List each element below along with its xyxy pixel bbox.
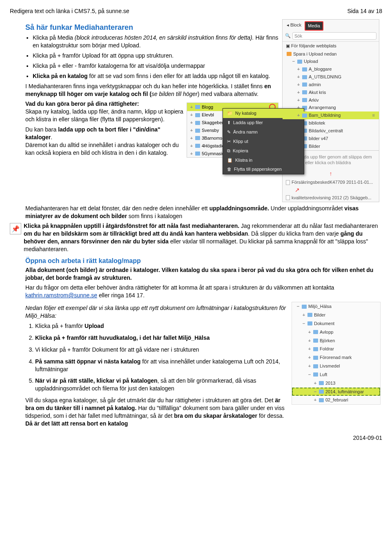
tree2-root[interactable]: −Miljö_Hälsa	[292, 302, 380, 311]
tree-save-upload[interactable]: Spara i Upload nedan	[283, 50, 379, 58]
paragraph-split-window: Mediahanteraren har ett delat fönster, d…	[10, 205, 382, 220]
tab-block[interactable]: ◂ Block	[284, 21, 304, 31]
menu-upload[interactable]: ⬆ Ladda upp filer	[223, 118, 304, 127]
bullet-3: Klicka på + eller - framför katalogerna …	[33, 62, 280, 70]
tree2-item[interactable]: +Förorenad mark	[292, 353, 380, 362]
doc-title: Redigera text och länka i CMS7.5, på sun…	[10, 7, 129, 15]
tree2-item[interactable]: +Björken	[292, 337, 380, 345]
step-1: Klicka på + framför Upload	[35, 322, 288, 330]
section-heading-media: Så här funkar Mediahanteraren	[10, 22, 280, 32]
tree2-item[interactable]: −Luft	[292, 370, 380, 379]
annotation-arrow-icon: ↑	[330, 170, 332, 177]
expand-icon[interactable]: +	[189, 104, 194, 110]
tree-item-selected[interactable]: +Barn_Utbildning ≡	[283, 111, 379, 119]
file-row[interactable]: kvalitetsredovisning 2012 (2) Skäggeb...	[283, 194, 379, 202]
page-number: Sida 14 av 18	[347, 7, 382, 15]
paragraph-pin: Klicka på knappnålen upptill i åtgärdsfö…	[24, 222, 382, 253]
search-input[interactable]	[292, 32, 376, 40]
annotation-arrow-icon: ↗	[295, 187, 300, 193]
menu-cut[interactable]: ✂ Klipp ut	[223, 137, 304, 146]
step-5: När vi är på rätt ställe, klickar vi på …	[35, 377, 288, 392]
tree2-item[interactable]: +Foldrar	[292, 345, 380, 353]
tree2-item[interactable]: −Dokument	[292, 319, 380, 328]
search-icon: 🔍	[285, 33, 291, 39]
bullet-4: Klicka på en katalog för att se vad som …	[33, 72, 280, 80]
paragraph-rights-heading: Vad du kan göra beror på dina rättighete…	[25, 100, 184, 123]
tree-item[interactable]: +A_bloggare	[283, 65, 379, 73]
step-4: På samma sätt öppnar vi nästa katalog fö…	[35, 358, 288, 373]
file-icon	[286, 195, 290, 200]
tree2-item[interactable]: +02_februari	[292, 396, 380, 404]
menu-trash[interactable]: 🗑 Flytta till papperskorgen	[223, 165, 304, 174]
tab-media[interactable]: Media	[305, 21, 323, 31]
section-heading-open: Öppna och arbeta i rätt katalog/mapp	[10, 256, 382, 265]
tree2-item[interactable]: +Avlopp	[292, 328, 380, 337]
email-link[interactable]: kathrin.ramstrom@sunne.se	[25, 292, 97, 299]
paragraph-menuknapp: I Mediahanteraren finns inga verktygskna…	[10, 82, 280, 98]
panel-subhead: ▣ För följande webbplats	[283, 41, 379, 50]
tree-item[interactable]: +Arkiv	[283, 96, 379, 104]
paragraph-contact: Har du frågor om detta eller behöver änd…	[10, 284, 382, 299]
bullet-2: Klicka på + framför Upload för att öppna…	[33, 52, 280, 60]
paragraph-tail: Vill du skapa egna kataloger, så går det…	[10, 397, 288, 428]
tree2-item[interactable]: +2013	[292, 379, 380, 388]
paragraph-own-catalogs: Du kan bara ladda upp och ta bort filer …	[25, 126, 184, 157]
folder-icon	[195, 105, 200, 109]
menu-copy[interactable]: ⧉ Kopiera	[223, 146, 304, 156]
row-menu-icon[interactable]: ≡	[372, 112, 375, 118]
collapse-icon[interactable]: −	[292, 58, 296, 65]
pin-icon: 📌	[10, 223, 21, 234]
tree-item[interactable]: +admin	[283, 81, 379, 89]
tree2-item[interactable]: +Livsmedel	[292, 362, 380, 370]
tree-item[interactable]: +Akut kris	[283, 89, 379, 96]
tree-upload[interactable]: −Upload	[283, 58, 379, 65]
tree2-item[interactable]: +Bilder	[292, 311, 380, 319]
bullet-1: Klicka på Media (block introduceras höst…	[33, 34, 280, 49]
file-row[interactable]: FörsäkringsbeskedK47709 2011-01-01...	[283, 178, 379, 186]
folder-icon	[287, 52, 292, 56]
menu-rename[interactable]: ✎ Ändra namn	[223, 127, 304, 137]
step-2: Klicka på + framför rätt huvudkatalog, i…	[35, 334, 288, 342]
footer-date: 2014-09-01	[10, 434, 382, 442]
paragraph-catalog-intro: Alla dokument (och bilder) är ordnade i …	[10, 266, 382, 282]
tree2-item-selected[interactable]: −2014, luftmätningar	[292, 388, 380, 396]
tree-item[interactable]: +A_UTBILDNING	[283, 73, 379, 81]
folder-icon	[297, 60, 302, 64]
paragraph-example-intro: Nedan följer ett exempel där vi ska länk…	[10, 304, 288, 320]
catalog-tree-example: −Miljö_Hälsa +Bilder −Dokument +Avlopp +…	[292, 302, 381, 405]
menu-paste[interactable]: 📋 Klistra in	[223, 156, 304, 165]
file-icon	[286, 180, 290, 185]
step-3: Vi klickar på + framför Dokument för att…	[35, 346, 288, 354]
